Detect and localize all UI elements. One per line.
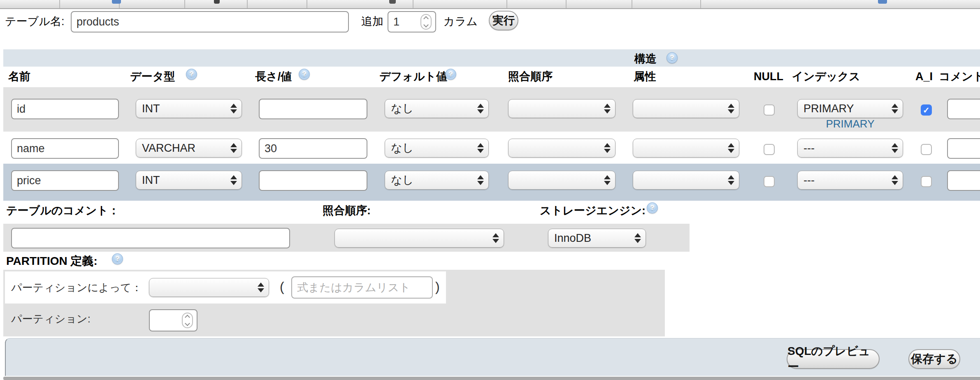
tab-icon-fragment [878,0,887,4]
select-arrows-icon [477,143,484,153]
column-length-input[interactable] [259,138,367,159]
table-comment-input[interactable] [11,228,290,248]
column-attributes-select[interactable] [633,139,739,158]
tab-separator [506,0,507,8]
column-name-input[interactable] [11,99,119,119]
save-button[interactable]: 保存する [908,349,960,369]
stepper-arrows-icon[interactable] [420,14,432,30]
null-checkbox[interactable] [764,104,775,116]
select-arrows-icon [604,175,611,185]
type-help-icon[interactable] [186,69,197,80]
column-attributes-select[interactable] [633,171,739,190]
tab-separator [184,0,185,8]
paren-close: ) [435,279,440,294]
select-arrows-icon [892,175,898,185]
column-collation-select[interactable] [508,171,615,190]
column-length-input[interactable] [259,99,367,119]
select-arrows-icon [892,104,898,114]
select-arrows-icon [230,104,237,114]
add-columns-value: 1 [393,16,399,28]
table-comment-label: テーブルのコメント： [6,204,119,217]
default-help-icon[interactable] [445,69,456,80]
tab-strip-cutoff[interactable] [0,0,980,9]
column-default-select[interactable]: なし [385,171,489,190]
storage-engine-select[interactable]: InnoDB [548,229,646,248]
column-comment-input[interactable] [947,170,980,191]
partition-by-select[interactable] [149,278,269,297]
length-help-icon[interactable] [299,69,310,80]
tab-separator [247,0,248,8]
column-length-input[interactable] [259,170,367,191]
header-null: NULL [754,70,783,83]
null-checkbox[interactable] [764,176,775,187]
select-arrows-icon [492,233,499,243]
null-checkbox[interactable] [764,144,775,155]
column-name-input[interactable] [11,170,119,191]
select-arrows-icon [477,175,484,185]
header-default: デフォルト値 [379,70,447,83]
tab-icon-fragment [214,0,220,4]
column-attributes-select[interactable] [633,99,739,118]
column-collation-select[interactable] [508,99,615,118]
column-type-select[interactable]: VARCHAR [136,139,242,158]
partition-count-stepper[interactable] [149,309,197,331]
tab-icon-fragment [389,0,396,4]
column-index-select[interactable]: --- [797,171,903,190]
stepper-arrows-icon[interactable] [182,313,193,328]
column-comment-input[interactable] [947,138,980,159]
partition-by-label: パーティションによって： [11,281,142,294]
tab-separator [307,0,307,8]
partition-expression-input[interactable] [291,276,433,299]
column-comment-input[interactable] [947,99,980,119]
column-type-select[interactable]: INT [136,171,242,190]
header-collation: 照合順序 [508,70,553,83]
column-collation-select[interactable] [508,139,615,158]
partition-count-label: パーティション: [11,313,91,325]
tab-separator [632,0,632,8]
tab-separator [700,0,701,8]
column-name-input[interactable] [11,138,119,159]
select-arrows-icon [477,104,484,114]
header-length: 長さ/値 [255,70,292,83]
partition-help-icon[interactable] [112,253,123,264]
column-default-select[interactable]: なし [385,99,489,118]
select-arrows-icon [604,104,611,114]
table-name-label: テーブル名: [5,15,64,28]
partition-title: PARTITION 定義: [6,254,98,268]
ai-checkbox[interactable] [921,104,932,116]
tab-separator [413,0,413,8]
header-name: 名前 [8,70,30,83]
structure-help-icon[interactable] [666,52,678,63]
select-arrows-icon [728,143,734,153]
bottom-divider [3,377,980,380]
structure-title: 構造 [634,52,657,65]
table-name-input[interactable] [71,11,349,32]
select-arrows-icon [230,175,237,185]
primary-index-link[interactable]: PRIMARY [797,118,903,130]
add-columns-stepper[interactable]: 1 [388,11,436,32]
ai-checkbox[interactable] [921,144,932,155]
structure-band [3,49,980,67]
select-arrows-icon [604,143,611,153]
column-type-select[interactable]: INT [136,99,242,118]
column-index-select[interactable]: PRIMARY [797,99,903,118]
column-index-select[interactable]: --- [797,139,903,158]
table-collation-select[interactable] [334,229,504,248]
preview-sql-button[interactable]: SQLのプレビュー [787,349,880,369]
select-arrows-icon [892,143,898,153]
select-arrows-icon [258,283,264,292]
ai-checkbox[interactable] [921,176,932,187]
tab-separator [566,0,567,8]
header-type: データ型 [130,70,175,83]
header-attributes: 属性 [634,70,656,83]
columns-label: カラム [444,15,478,28]
storage-engine-label: ストレージエンジン: [540,204,646,217]
column-default-select[interactable]: なし [385,139,489,158]
engine-help-icon[interactable] [647,202,658,213]
go-button[interactable]: 実行 [489,11,518,30]
add-label: 追加 [361,15,383,28]
table-collation-label: 照合順序: [323,204,371,217]
tab-separator [59,0,60,8]
select-arrows-icon [634,233,641,243]
select-arrows-icon [728,175,734,185]
